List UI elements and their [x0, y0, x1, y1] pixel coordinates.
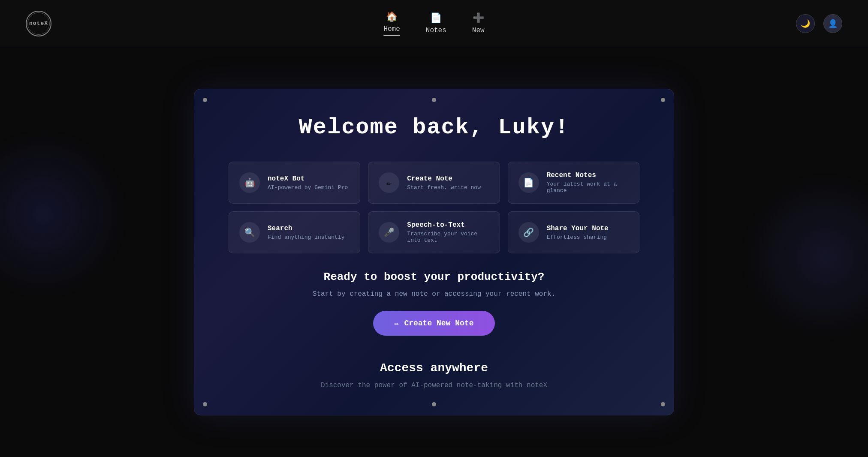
search-text: Search Find anything instantly — [268, 225, 344, 241]
cta-subtitle: Start by creating a new note or accessin… — [229, 290, 639, 298]
recent-notes-icon: 📄 — [518, 172, 539, 193]
speech-to-text-desc: Transcribe your voice into text — [407, 231, 489, 244]
access-section: Access anywhere Discover the power of AI… — [229, 361, 639, 389]
create-note-text: Create Note Start fresh, write now — [407, 175, 481, 191]
share-note-title: Share Your Note — [547, 225, 609, 232]
recent-notes-text: Recent Notes Your latest work at a glanc… — [547, 171, 629, 194]
search-desc: Find anything instantly — [268, 234, 344, 241]
corner-dot-tl — [203, 98, 207, 102]
new-icon: ➕ — [473, 12, 484, 24]
create-new-note-button[interactable]: ✏️ Create New Note — [373, 311, 495, 336]
nav-center: 🏠 Home 📄 Notes ➕ New — [383, 11, 484, 36]
nav-notes-label: Notes — [426, 27, 446, 34]
moon-icon: 🌙 — [801, 19, 810, 28]
share-note-text: Share Your Note Effortless sharing — [547, 225, 609, 241]
nav-home-label: Home — [383, 25, 400, 33]
nav-home[interactable]: 🏠 Home — [383, 11, 400, 36]
create-note-icon: ✏️ — [379, 172, 399, 193]
home-icon: 🏠 — [386, 11, 398, 23]
nav-new[interactable]: ➕ New — [472, 12, 485, 34]
corner-dot-bl — [203, 402, 207, 406]
nav-notes[interactable]: 📄 Notes — [426, 12, 446, 34]
corner-dot-bm — [432, 402, 436, 406]
corner-dot-tm — [432, 98, 436, 102]
notex-bot-title: noteX Bot — [268, 175, 348, 183]
feature-recent-notes[interactable]: 📄 Recent Notes Your latest work at a gla… — [508, 162, 639, 204]
user-icon: 👤 — [828, 19, 838, 28]
logo-text: noteX — [29, 20, 48, 27]
corner-dot-br — [661, 402, 665, 406]
nav-right: 🌙 👤 — [796, 14, 842, 33]
main-content: Welcome back, Luky! 🤖 noteX Bot AI-power… — [0, 47, 868, 457]
recent-notes-desc: Your latest work at a glance — [547, 181, 629, 194]
feature-create-note[interactable]: ✏️ Create Note Start fresh, write now — [368, 162, 500, 204]
create-note-desc: Start fresh, write now — [407, 184, 481, 191]
nav-new-label: New — [472, 27, 485, 34]
corner-dot-tr — [661, 98, 665, 102]
notex-bot-desc: AI-powered by Gemini Pro — [268, 184, 348, 191]
dashboard-card: Welcome back, Luky! 🤖 noteX Bot AI-power… — [194, 89, 674, 415]
access-title: Access anywhere — [229, 361, 639, 375]
cta-title: Ready to boost your productivity? — [229, 271, 639, 283]
theme-toggle-button[interactable]: 🌙 — [796, 14, 815, 33]
search-icon: 🔍 — [239, 222, 260, 243]
navbar: noteX 🏠 Home 📄 Notes ➕ New 🌙 👤 — [0, 0, 868, 47]
feature-speech-to-text[interactable]: 🎤 Speech-to-Text Transcribe your voice i… — [368, 211, 500, 253]
feature-notex-bot[interactable]: 🤖 noteX Bot AI-powered by Gemini Pro — [229, 162, 360, 204]
notex-bot-text: noteX Bot AI-powered by Gemini Pro — [268, 175, 348, 191]
access-subtitle: Discover the power of AI-powered note-ta… — [229, 382, 639, 389]
notes-icon: 📄 — [430, 12, 442, 24]
share-icon: 🔗 — [518, 222, 539, 243]
create-btn-label: Create New Note — [404, 319, 473, 328]
search-title: Search — [268, 225, 344, 232]
recent-notes-title: Recent Notes — [547, 171, 629, 179]
notex-bot-icon: 🤖 — [239, 172, 260, 193]
speech-to-text-text: Speech-to-Text Transcribe your voice int… — [407, 221, 489, 244]
feature-search[interactable]: 🔍 Search Find anything instantly — [229, 211, 360, 253]
pencil-icon: ✏️ — [395, 319, 399, 328]
avatar-button[interactable]: 👤 — [823, 14, 842, 33]
logo-area: noteX — [26, 11, 51, 36]
share-note-desc: Effortless sharing — [547, 234, 609, 241]
feature-grid: 🤖 noteX Bot AI-powered by Gemini Pro ✏️ … — [229, 162, 639, 253]
cta-section: Ready to boost your productivity? Start … — [229, 271, 639, 336]
welcome-title: Welcome back, Luky! — [229, 115, 639, 140]
microphone-icon: 🎤 — [379, 222, 399, 243]
logo: noteX — [26, 11, 51, 36]
create-note-title: Create Note — [407, 175, 481, 183]
feature-share-note[interactable]: 🔗 Share Your Note Effortless sharing — [508, 211, 639, 253]
speech-to-text-title: Speech-to-Text — [407, 221, 489, 229]
